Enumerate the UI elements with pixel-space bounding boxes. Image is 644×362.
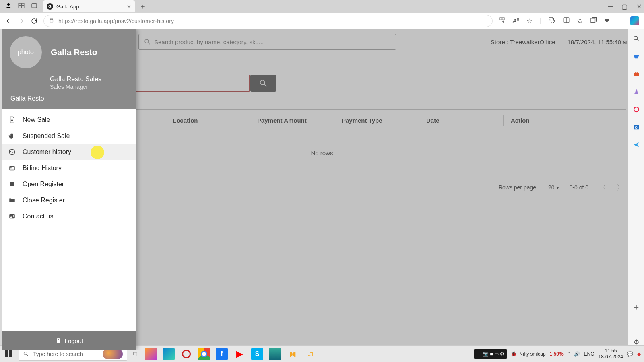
rail-tools-icon[interactable] [632, 70, 640, 78]
page-prev-icon[interactable]: 〈 [599, 183, 606, 192]
sidebar-item-new-sale[interactable]: New Sale [2, 112, 136, 128]
lock-icon [49, 17, 54, 25]
lock-icon [55, 337, 62, 344]
col-location[interactable]: Location [165, 115, 250, 126]
workspaces-icon[interactable] [18, 2, 25, 11]
product-search-placeholder: Search product by name, category, sku... [154, 39, 264, 45]
rail-send-icon[interactable] [632, 141, 640, 149]
store-title: Galla Resto [51, 47, 97, 57]
app-msstore-icon[interactable] [269, 348, 281, 360]
app-facebook-icon[interactable]: f [216, 348, 228, 360]
nav-refresh-icon[interactable] [31, 17, 38, 25]
tray-volume-icon[interactable]: 🔊 [574, 351, 580, 357]
tab-title: Galla App [56, 4, 124, 10]
close-tab-icon[interactable]: ✕ [127, 4, 131, 10]
browser-tab[interactable]: G Galla App ✕ [43, 0, 135, 12]
app-misc1-icon[interactable]: ◗◖ [287, 348, 299, 360]
favorite-star-icon[interactable]: ☆ [526, 17, 532, 25]
profile-icon[interactable] [5, 2, 12, 11]
table-header: Location Payment Amount Payment Type Dat… [76, 109, 626, 131]
new-tab-button[interactable]: ＋ [139, 2, 147, 11]
hand-icon [8, 132, 16, 140]
svg-line-11 [264, 84, 267, 87]
col-payment-amount[interactable]: Payment Amount [250, 115, 334, 126]
sidebar-item-suspended-sale[interactable]: Suspended Sale [2, 128, 136, 144]
app-edge-icon[interactable] [163, 348, 175, 360]
app-youtube-icon[interactable]: ▶ [233, 348, 246, 360]
svg-line-29 [27, 354, 28, 356]
sidebar-item-label: Close Register [23, 197, 65, 204]
logout-button[interactable]: Logout [2, 331, 136, 350]
extensions-icon[interactable] [548, 16, 555, 25]
rail-add-icon[interactable]: ＋ [632, 302, 640, 313]
tab-actions-icon[interactable] [31, 2, 38, 11]
rail-shopping-icon[interactable] [632, 52, 640, 60]
product-search-input[interactable]: Search product by name, category, sku... [138, 34, 396, 50]
nav-back-icon[interactable] [5, 17, 12, 25]
receipt-icon [8, 165, 16, 172]
copilot-icon[interactable] [630, 16, 639, 25]
app-chrome-icon[interactable] [198, 348, 210, 360]
tray-clock[interactable]: 11:55 18-07-2024 [599, 348, 623, 360]
sidebar-item-customer-history[interactable]: Customer history [2, 144, 136, 160]
tray-lang[interactable]: ENG [584, 351, 594, 357]
stock-change: -1.50% [548, 351, 564, 357]
sidebar-item-label: New Sale [23, 116, 50, 123]
more-icon[interactable]: ⋯ [617, 17, 623, 25]
col-date[interactable]: Date [419, 115, 503, 126]
app-skype-icon[interactable]: S [251, 348, 263, 360]
rail-search-icon[interactable] [632, 35, 640, 43]
sidebar-item-contact-us[interactable]: Contact us [2, 208, 136, 224]
customer-search-button[interactable] [250, 75, 276, 92]
history-icon [8, 148, 16, 156]
url-field[interactable]: https://resto.galla.app/posv2/customer-h… [43, 15, 493, 27]
rail-outlook-icon[interactable]: O [632, 123, 640, 131]
app-available-icon[interactable] [498, 16, 506, 25]
window-close-icon[interactable]: ✕ [636, 3, 642, 10]
store-label: Store : TreewalkerOffice [491, 39, 555, 45]
rail-games-icon[interactable]: ♟ [632, 88, 640, 96]
app-viewport: Search product by name, category, sku...… [2, 29, 642, 350]
task-view-icon[interactable]: ⧉ [130, 350, 139, 358]
highlight-marker [91, 146, 104, 159]
taskbar-pinned-apps: f ▶ S ◗◖ 🗂 [145, 348, 316, 360]
app-explorer-icon[interactable]: 🗂 [304, 348, 316, 360]
collections-icon[interactable] [590, 16, 597, 25]
tray-action-center-icon[interactable]: 💬 [627, 351, 633, 357]
search-icon [23, 351, 29, 357]
window-minimize-icon[interactable]: ─ [608, 3, 613, 10]
browser-essentials-icon[interactable]: ❤ [604, 17, 609, 25]
folder-icon [8, 197, 16, 204]
svg-rect-2 [50, 19, 53, 22]
sidebar-item-billing-history[interactable]: Billing History [2, 160, 136, 176]
table-pager: Rows per page: 20 ▾ 0-0 of 0 〈 〉 [498, 183, 624, 192]
page-next-icon[interactable]: 〉 [617, 183, 624, 192]
edge-sidebar: ♟ O ＋ ⚙ [628, 29, 644, 350]
col-action[interactable]: Action [503, 115, 626, 126]
svg-text:O: O [635, 126, 638, 130]
sidebar-item-label: Customer history [23, 148, 71, 156]
tray-recording-group[interactable]: ⋯ 📷 ■ ▭ ⚙ [474, 349, 507, 359]
tray-chevron-up-icon[interactable]: ˄ [568, 351, 570, 357]
contact-icon [8, 213, 16, 220]
sidebar-drawer: photo Galla Resto Galla Resto Sales Sale… [2, 29, 136, 350]
tray-stock-widget[interactable]: 🐞 Nifty smlcap -1.50% [511, 351, 563, 357]
sidebar-item-close-register[interactable]: Close Register [2, 192, 136, 208]
svg-rect-7 [591, 18, 595, 22]
read-aloud-icon[interactable]: A)) [513, 17, 519, 24]
svg-rect-14 [10, 167, 14, 170]
rail-m365-icon[interactable] [632, 105, 640, 113]
tray-anydesk-icon[interactable]: ◆ [637, 351, 641, 357]
window-maximize-icon[interactable]: ▢ [621, 3, 627, 10]
app-firefox-icon[interactable] [145, 348, 157, 360]
url-text: https://resto.galla.app/posv2/customer-h… [58, 18, 174, 24]
favorites-icon[interactable]: ✩ [577, 17, 582, 25]
app-record-icon[interactable] [180, 348, 192, 360]
col-payment-type[interactable]: Payment Type [334, 115, 419, 126]
page-range: 0-0 of 0 [570, 184, 588, 191]
rows-per-page-select[interactable]: 20 ▾ [548, 184, 559, 191]
sidebar-item-open-register[interactable]: Open Register [2, 176, 136, 192]
split-screen-icon[interactable] [563, 16, 570, 25]
sidebar-header: photo Galla Resto Galla Resto Sales Sale… [2, 29, 136, 109]
sidebar-menu: New Sale Suspended Sale Customer history… [2, 109, 136, 331]
